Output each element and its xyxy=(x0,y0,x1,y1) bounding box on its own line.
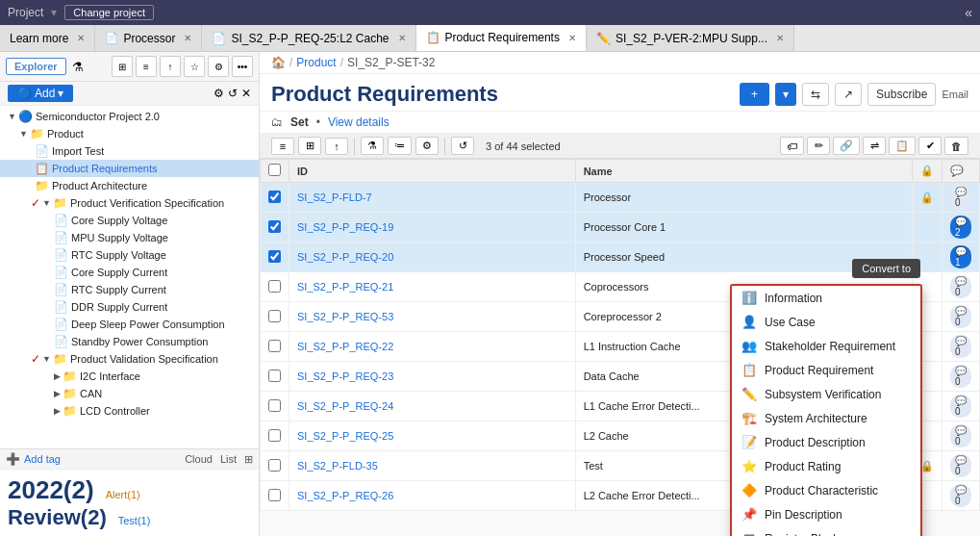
td-checkbox[interactable] xyxy=(261,451,289,481)
tree-item-semiconductor[interactable]: ▼ 🔵 Semiconductor Project 2.0 xyxy=(0,108,259,125)
td-checkbox[interactable] xyxy=(261,332,289,362)
row-checkbox[interactable] xyxy=(268,399,281,412)
td-comments[interactable]: 💬 0 xyxy=(942,332,980,362)
tree-item-import-test[interactable]: 📄 Import Test xyxy=(0,142,259,160)
tree-item-lcd[interactable]: ▶ 📁 LCD Controller xyxy=(0,402,259,420)
tree-item-product-architecture[interactable]: 📁 Product Architecture xyxy=(0,177,259,194)
toolbar-copy-icon[interactable]: 📋 xyxy=(889,137,916,155)
dropdown-item-pin-description[interactable]: 📌Pin Description xyxy=(732,502,920,526)
td-id[interactable]: SI_S2_P-P_REQ-19 xyxy=(289,213,576,242)
tab-mpu-close[interactable]: ✕ xyxy=(776,33,784,43)
row-checkbox[interactable] xyxy=(268,191,281,203)
td-id[interactable]: SI_S2_P-P_REQ-53 xyxy=(289,302,576,332)
dropdown-item-product-req[interactable]: 📋Product Requirement xyxy=(732,358,920,382)
td-id[interactable]: SI_S2_P-P_REQ-22 xyxy=(289,332,576,362)
td-comments[interactable]: 💬 2 xyxy=(942,213,980,242)
dropdown-item-register-block[interactable]: ▦Register Block xyxy=(732,526,920,536)
td-comments[interactable]: 💬 0 xyxy=(942,183,980,213)
tree-item-core-supply-voltage[interactable]: 📄 Core Supply Voltage xyxy=(0,212,259,229)
filter-icon[interactable]: ⚗ xyxy=(72,60,84,74)
sidebar-refresh-icon[interactable]: ↺ xyxy=(228,87,238,100)
td-comments[interactable]: 💬 0 xyxy=(942,481,980,511)
explorer-button[interactable]: Explorer xyxy=(6,58,66,75)
td-checkbox[interactable] xyxy=(261,272,289,302)
sidebar-close-icon[interactable]: ✕ xyxy=(241,87,251,100)
tree-item-product[interactable]: ▼ 📁 Product xyxy=(0,125,259,142)
subscribe-button[interactable]: Subscribe xyxy=(867,83,936,106)
toolbar-refresh-icon[interactable]: ↺ xyxy=(451,137,474,155)
add-button[interactable]: 🔵 Add ▾ xyxy=(8,85,73,102)
td-id[interactable]: SI_S2_P-P_REQ-23 xyxy=(289,362,576,392)
dropdown-item-subsystem-verification[interactable]: ✏️Subsystem Verification xyxy=(732,382,920,406)
export-button[interactable]: ↗ xyxy=(835,83,862,106)
tree-item-ddr-supply-current[interactable]: 📄 DDR Supply Current xyxy=(0,298,259,316)
tree-item-can[interactable]: ▶ 📁 CAN xyxy=(0,385,259,402)
sync-button[interactable]: ⇆ xyxy=(802,83,829,106)
row-checkbox[interactable] xyxy=(268,489,281,501)
sidebar-icon-more[interactable]: ••• xyxy=(232,56,253,77)
toolbar-link-icon[interactable]: 🔗 xyxy=(833,137,860,155)
sidebar-icon-bookmark[interactable]: ☆ xyxy=(184,56,205,77)
th-name[interactable]: Name xyxy=(575,160,912,183)
tab-processor[interactable]: 📄 Processor ✕ xyxy=(95,25,202,51)
row-checkbox[interactable] xyxy=(268,370,281,382)
td-checkbox[interactable] xyxy=(261,362,289,392)
tab-processor-close[interactable]: ✕ xyxy=(184,33,191,43)
toolbar-view-card-icon[interactable]: ⊞ xyxy=(298,137,321,155)
tab-learn-more[interactable]: Learn more ✕ xyxy=(0,25,95,51)
tab-l2cache-close[interactable]: ✕ xyxy=(398,33,406,43)
dropdown-item-stakeholder-req[interactable]: 👥Stakeholder Requirement xyxy=(732,334,920,358)
th-id[interactable]: ID xyxy=(289,160,576,183)
td-id[interactable]: SI_S2_P-P_REQ-24 xyxy=(289,392,576,421)
add-item-button[interactable]: + xyxy=(740,83,769,106)
tab-prod-req-close[interactable]: ✕ xyxy=(568,33,576,43)
td-id[interactable]: SI_S2_P-P_REQ-26 xyxy=(289,481,576,511)
tree-item-product-validation[interactable]: ✓ ▼ 📁 Product Validation Specification xyxy=(0,350,259,368)
td-checkbox[interactable] xyxy=(261,213,289,242)
td-checkbox[interactable] xyxy=(261,242,289,272)
sidebar-footer-icon[interactable]: ⊞ xyxy=(244,453,253,466)
row-checkbox[interactable] xyxy=(268,429,281,442)
td-comments[interactable]: 💬 0 xyxy=(942,302,980,332)
dropdown-item-product-characteristic[interactable]: 🔶Product Characteristic xyxy=(732,478,920,502)
tab-product-requirements[interactable]: 📋 Product Requirements ✕ xyxy=(416,25,587,51)
cloud-button[interactable]: Cloud xyxy=(185,453,213,465)
row-checkbox[interactable] xyxy=(268,280,281,293)
td-id[interactable]: SI_S2_P-FLD-7 xyxy=(289,183,576,213)
row-checkbox[interactable] xyxy=(268,459,281,472)
breadcrumb-product[interactable]: Product xyxy=(296,56,336,69)
add-item-dropdown-button[interactable]: ▾ xyxy=(775,83,796,106)
tab-l2cache[interactable]: 📄 SI_S2_P-P_REQ-25:L2 Cache ✕ xyxy=(202,25,415,51)
select-all-checkbox[interactable] xyxy=(268,164,281,176)
tree-item-rtc-supply-voltage[interactable]: 📄 RTC Supply Voltage xyxy=(0,246,259,264)
toolbar-gear-icon[interactable]: ⚙ xyxy=(415,137,439,155)
td-comments[interactable]: 💬 0 xyxy=(942,451,980,481)
dropdown-item-product-description[interactable]: 📝Product Description xyxy=(732,430,920,454)
sidebar-icon-grid[interactable]: ⊞ xyxy=(112,56,133,77)
change-project-button[interactable]: Change project xyxy=(64,5,154,20)
td-checkbox[interactable] xyxy=(261,421,289,451)
row-checkbox[interactable] xyxy=(268,340,281,352)
toolbar-delete-icon[interactable]: 🗑 xyxy=(944,137,968,155)
tree-item-deep-sleep[interactable]: 📄 Deep Sleep Power Consumption xyxy=(0,316,259,333)
dropdown-item-use-case[interactable]: 👤Use Case xyxy=(732,310,920,334)
tree-item-standby-power[interactable]: 📄 Standby Power Consumption xyxy=(0,333,259,350)
td-checkbox[interactable] xyxy=(261,392,289,421)
td-comments[interactable]: 💬 0 xyxy=(942,392,980,421)
tree-item-rtc-supply-current[interactable]: 📄 RTC Supply Current xyxy=(0,281,259,298)
tree-item-i2c[interactable]: ▶ 📁 I2C Interface xyxy=(0,368,259,385)
td-checkbox[interactable] xyxy=(261,183,289,213)
toolbar-sort-icon[interactable]: ≔ xyxy=(388,137,412,155)
sidebar-collapse-button[interactable]: « xyxy=(965,5,972,20)
row-checkbox[interactable] xyxy=(268,310,281,322)
td-id[interactable]: SI_S2_P-FLD-35 xyxy=(289,451,576,481)
toolbar-filter-icon[interactable]: ⚗ xyxy=(361,137,384,155)
email-link[interactable]: Email xyxy=(942,89,968,100)
tab-learn-more-close[interactable]: ✕ xyxy=(77,33,85,43)
tree-item-product-requirements[interactable]: 📋 Product Requirements xyxy=(0,160,259,177)
td-id[interactable]: SI_S2_P-P_REQ-20 xyxy=(289,242,576,272)
td-id[interactable]: SI_S2_P-P_REQ-21 xyxy=(289,272,576,302)
toolbar-convert-icon[interactable]: ⇌ xyxy=(863,137,886,155)
td-comments[interactable]: 💬 0 xyxy=(942,421,980,451)
td-checkbox[interactable] xyxy=(261,302,289,332)
